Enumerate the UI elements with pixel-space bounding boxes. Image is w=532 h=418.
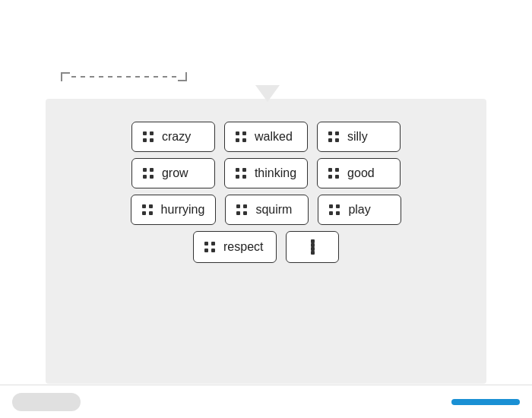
drag-icon bbox=[311, 239, 315, 255]
drag-icon bbox=[236, 168, 247, 179]
main-panel: crazy walked silly bbox=[46, 99, 486, 384]
corner-br bbox=[178, 72, 187, 81]
arrow-down-icon bbox=[255, 85, 280, 102]
word-chip-empty[interactable] bbox=[286, 231, 339, 263]
drag-icon bbox=[143, 131, 154, 143]
drag-icon bbox=[329, 204, 340, 216]
corner-tl bbox=[61, 72, 70, 81]
word-chip-silly[interactable]: silly bbox=[317, 122, 401, 152]
words-row-4: respect bbox=[193, 231, 339, 263]
word-label-silly: silly bbox=[347, 130, 368, 144]
words-row-2: grow thinking good bbox=[131, 158, 401, 188]
drag-icon bbox=[204, 242, 216, 253]
dashed-line bbox=[61, 72, 187, 81]
dash bbox=[90, 76, 103, 78]
word-label-hurrying: hurrying bbox=[161, 203, 205, 217]
words-row-3: hurrying squirm play bbox=[131, 195, 402, 225]
word-label-squirm: squirm bbox=[255, 203, 292, 217]
dash bbox=[126, 76, 140, 78]
word-chip-play[interactable]: play bbox=[318, 195, 401, 225]
word-label-respect: respect bbox=[223, 240, 263, 254]
drag-icon bbox=[142, 204, 154, 216]
word-label-crazy: crazy bbox=[162, 130, 191, 144]
drag-icon bbox=[236, 131, 247, 143]
bottom-bar bbox=[0, 385, 532, 418]
dash bbox=[108, 76, 122, 78]
bottom-left-button[interactable] bbox=[12, 393, 81, 411]
drag-icon bbox=[328, 131, 340, 143]
drag-icon bbox=[328, 168, 340, 179]
word-chip-squirm[interactable]: squirm bbox=[225, 195, 309, 225]
bottom-right-button[interactable] bbox=[451, 399, 520, 405]
word-chip-thinking[interactable]: thinking bbox=[224, 158, 308, 188]
dash bbox=[163, 76, 176, 78]
word-label-play: play bbox=[348, 203, 370, 217]
word-label-walked: walked bbox=[255, 130, 293, 144]
words-row-1: crazy walked silly bbox=[131, 122, 401, 152]
word-label-thinking: thinking bbox=[255, 166, 296, 180]
word-label-grow: grow bbox=[162, 166, 188, 180]
word-chip-good[interactable]: good bbox=[317, 158, 401, 188]
dash bbox=[144, 76, 158, 78]
top-area bbox=[0, 0, 532, 99]
word-chip-hurrying[interactable]: hurrying bbox=[131, 195, 217, 225]
word-label-good: good bbox=[347, 166, 375, 180]
word-chip-respect[interactable]: respect bbox=[193, 231, 277, 263]
word-chip-crazy[interactable]: crazy bbox=[131, 122, 215, 152]
words-grid: crazy walked silly bbox=[46, 99, 486, 263]
word-chip-grow[interactable]: grow bbox=[131, 158, 215, 188]
drag-icon bbox=[236, 204, 248, 216]
dash bbox=[71, 76, 85, 78]
drag-icon bbox=[143, 168, 154, 179]
word-chip-walked[interactable]: walked bbox=[224, 122, 308, 152]
